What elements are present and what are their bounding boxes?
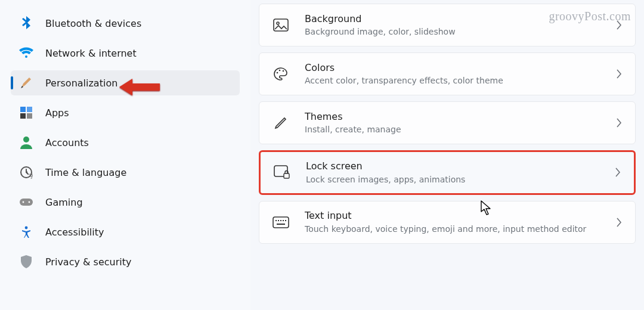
card-subtitle: Touch keyboard, voice typing, emoji and …	[305, 224, 616, 234]
svg-point-12	[277, 22, 279, 24]
sidebar-item-label: Accessibility	[45, 227, 104, 238]
sidebar-item-label: Network & internet	[45, 48, 137, 59]
chevron-right-icon	[615, 168, 621, 177]
svg-rect-0	[20, 107, 26, 112]
card-body: Colors Accent color, transparency effect…	[305, 62, 616, 86]
wifi-icon	[19, 46, 33, 60]
card-body: Text input Touch keyboard, voice typing,…	[305, 210, 616, 234]
gamepad-icon	[19, 195, 33, 209]
sidebar-item-personalization[interactable]: Personalization	[11, 70, 240, 95]
sidebar-item-label: Personalization	[45, 78, 117, 89]
sidebar-item-label: Gaming	[45, 197, 83, 208]
svg-rect-17	[284, 173, 289, 178]
svg-rect-23	[285, 220, 286, 221]
card-body: Lock screen Lock screen images, apps, an…	[306, 160, 615, 185]
sidebar-item-label: Privacy & security	[45, 256, 131, 268]
apps-icon	[19, 106, 33, 120]
card-colors[interactable]: Colors Accent color, transparency effect…	[259, 52, 636, 95]
svg-rect-18	[273, 217, 289, 228]
card-title: Text input	[305, 210, 616, 222]
sidebar-item-label: Accounts	[45, 137, 89, 148]
content-pane: Background Background image, color, slid…	[250, 0, 644, 310]
chevron-right-icon	[616, 20, 622, 30]
card-subtitle: Background image, color, slideshow	[305, 26, 616, 37]
chevron-right-icon	[616, 118, 622, 128]
sidebar-item-bluetooth-devices[interactable]: Bluetooth & devices	[11, 11, 240, 36]
svg-rect-19	[275, 220, 277, 221]
svg-rect-7	[20, 199, 33, 206]
card-body: Background Background image, color, slid…	[305, 13, 616, 38]
sidebar-item-label: Time & language	[45, 167, 126, 178]
svg-point-13	[277, 72, 278, 74]
svg-point-15	[283, 70, 284, 72]
accessibility-icon	[19, 225, 33, 239]
bluetooth-icon	[19, 16, 33, 30]
card-title: Colors	[305, 62, 616, 75]
svg-rect-3	[27, 113, 32, 119]
card-subtitle: Lock screen images, apps, animations	[306, 174, 615, 185]
chevron-right-icon	[616, 69, 622, 79]
keyboard-icon	[273, 214, 289, 231]
card-subtitle: Accent color, transparency effects, colo…	[305, 75, 616, 86]
svg-point-4	[23, 137, 29, 142]
sidebar: Bluetooth & devices Network & internet P…	[0, 0, 250, 310]
svg-point-8	[23, 202, 24, 203]
paintbrush-icon	[19, 76, 33, 90]
chevron-right-icon	[616, 218, 622, 227]
svg-rect-2	[20, 113, 26, 119]
card-title: Background	[305, 13, 616, 26]
svg-text:字: 字	[29, 173, 33, 179]
pen-icon	[273, 114, 289, 131]
card-body: Themes Install, create, manage	[305, 111, 616, 135]
svg-point-14	[279, 70, 281, 72]
card-themes[interactable]: Themes Install, create, manage	[259, 101, 636, 144]
card-lock-screen[interactable]: Lock screen Lock screen images, apps, an…	[259, 150, 636, 195]
svg-rect-24	[277, 224, 285, 225]
shield-icon	[19, 255, 33, 269]
svg-rect-1	[27, 107, 32, 112]
card-subtitle: Install, create, manage	[305, 124, 616, 135]
person-icon	[19, 135, 33, 150]
sidebar-item-privacy-security[interactable]: Privacy & security	[11, 249, 240, 274]
lock-screen-icon	[274, 164, 290, 181]
sidebar-item-time-language[interactable]: 字 Time & language	[11, 160, 240, 185]
svg-rect-20	[278, 220, 279, 221]
svg-rect-11	[274, 19, 288, 31]
svg-rect-22	[283, 220, 284, 221]
svg-point-9	[29, 202, 30, 203]
card-title: Themes	[305, 111, 616, 123]
card-text-input[interactable]: Text input Touch keyboard, voice typing,…	[259, 201, 636, 244]
sidebar-item-label: Apps	[45, 107, 69, 119]
settings-window: Bluetooth & devices Network & internet P…	[0, 0, 644, 310]
svg-rect-21	[280, 220, 281, 221]
card-title: Lock screen	[306, 160, 615, 173]
sidebar-item-gaming[interactable]: Gaming	[11, 190, 240, 215]
sidebar-item-apps[interactable]: Apps	[11, 100, 240, 125]
sidebar-item-network-internet[interactable]: Network & internet	[11, 41, 240, 66]
clock-language-icon: 字	[19, 165, 33, 179]
image-icon	[273, 17, 289, 33]
card-background[interactable]: Background Background image, color, slid…	[259, 4, 636, 46]
svg-point-10	[25, 227, 28, 230]
palette-icon	[273, 66, 289, 82]
sidebar-item-accounts[interactable]: Accounts	[11, 130, 240, 155]
sidebar-item-label: Bluetooth & devices	[45, 18, 141, 29]
sidebar-item-accessibility[interactable]: Accessibility	[11, 219, 240, 244]
